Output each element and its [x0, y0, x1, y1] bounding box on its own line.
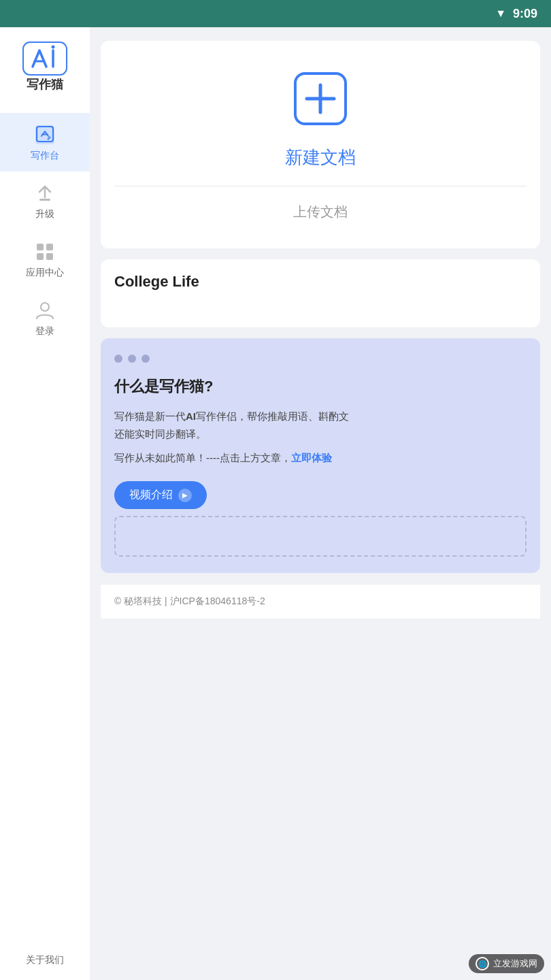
app-center-icon [33, 240, 57, 264]
watermark: 🌐 立发游戏网 [469, 954, 544, 973]
svg-rect-8 [37, 253, 44, 260]
sidebar-item-writing-desk[interactable]: 写作台 [0, 113, 90, 172]
svg-rect-7 [46, 244, 53, 250]
svg-rect-5 [39, 199, 50, 201]
bold-ai: AI [186, 410, 196, 422]
dashed-section [114, 516, 527, 557]
upgrade-label: 升级 [35, 208, 54, 220]
info-card: 什么是写作猫? 写作猫是新一代AI写作伴侣，帮你推敲用语、斟酌文还能实时同步翻译… [101, 338, 540, 573]
video-intro-button[interactable]: 视频介绍 ▶ [114, 481, 207, 509]
try-now-link[interactable]: 立即体验 [291, 452, 332, 463]
svg-rect-6 [37, 244, 44, 250]
sidebar-bottom: 关于我们 [0, 941, 90, 980]
window-dots [114, 355, 527, 363]
watermark-text: 立发游戏网 [493, 958, 537, 970]
sidebar: 写作猫 写作台 [0, 27, 90, 980]
sidebar-item-app-center[interactable]: 应用中心 [0, 230, 90, 289]
info-card-body: 写作猫是新一代AI写作伴侣，帮你推敲用语、斟酌文还能实时同步翻译。 [114, 408, 527, 442]
svg-point-2 [52, 46, 55, 49]
time-display: 9:09 [513, 7, 537, 21]
app-container: 写作猫 写作台 [0, 27, 551, 980]
login-label: 登录 [35, 325, 54, 338]
sidebar-item-upgrade[interactable]: 升级 [0, 172, 90, 230]
svg-rect-0 [23, 42, 67, 75]
main-content: 新建文档 上传文档 College Life 什么是写作猫? 写作猫是新一代AI… [90, 27, 551, 980]
login-icon [33, 298, 57, 323]
sidebar-item-login[interactable]: 登录 [0, 289, 90, 347]
new-doc-card[interactable]: 新建文档 上传文档 [101, 41, 540, 248]
dot-1 [114, 355, 122, 363]
new-doc-icon [290, 68, 351, 129]
info-card-footer: 写作从未如此简单！----点击上方文章，立即体验 [114, 452, 527, 465]
nav-items: 写作台 升级 [0, 113, 90, 347]
logo-area: 写作猫 [22, 41, 68, 93]
divider [114, 186, 527, 186]
app-logo-icon [22, 41, 68, 76]
college-life-title: College Life [114, 273, 199, 290]
writing-desk-icon [33, 122, 57, 147]
wifi-icon: ▼ [495, 7, 506, 20]
dot-2 [128, 355, 136, 363]
app-name: 写作猫 [27, 76, 63, 93]
dot-3 [141, 355, 150, 363]
college-life-card[interactable]: College Life [101, 259, 540, 327]
video-btn-label: 视频介绍 [129, 488, 173, 502]
svg-point-10 [41, 303, 49, 311]
watermark-globe-icon: 🌐 [475, 957, 489, 970]
footer: © 秘塔科技 | 沪ICP备18046118号-2 [101, 584, 540, 619]
about-us-link[interactable]: 关于我们 [26, 941, 64, 980]
new-doc-title: 新建文档 [285, 146, 356, 169]
status-bar: ▼ 9:09 [0, 0, 551, 27]
svg-rect-9 [46, 253, 53, 260]
app-center-label: 应用中心 [26, 267, 64, 279]
upload-doc-label[interactable]: 上传文档 [293, 203, 348, 228]
info-card-heading: 什么是写作猫? [114, 376, 527, 397]
play-icon: ▶ [178, 489, 192, 502]
upgrade-icon [33, 181, 57, 206]
footer-text: © 秘塔科技 | 沪ICP备18046118号-2 [114, 595, 265, 606]
writing-desk-label: 写作台 [31, 150, 59, 162]
